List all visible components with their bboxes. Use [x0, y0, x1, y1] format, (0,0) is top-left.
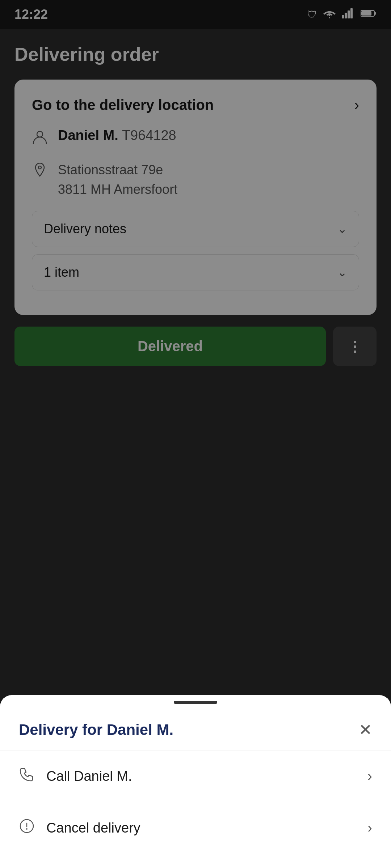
call-item[interactable]: Call Daniel M. › [0, 750, 391, 802]
cancel-item[interactable]: Cancel delivery › [0, 802, 391, 854]
scroll-indicator [174, 701, 217, 704]
svg-point-11 [26, 828, 28, 830]
close-button[interactable]: ✕ [359, 722, 372, 738]
call-item-left: Call Daniel M. [19, 766, 132, 786]
call-item-chevron-icon: › [367, 769, 372, 784]
alert-circle-icon [19, 818, 35, 838]
bottom-sheet-header: Delivery for Daniel M. ✕ [0, 704, 391, 750]
call-item-label: Call Daniel M. [46, 769, 132, 784]
bottom-sheet: Delivery for Daniel M. ✕ Call Daniel M. … [0, 695, 391, 868]
cancel-item-chevron-icon: › [367, 820, 372, 836]
phone-icon [19, 766, 35, 786]
bottom-sheet-title: Delivery for Daniel M. [19, 721, 173, 739]
cancel-item-left: Cancel delivery [19, 818, 140, 838]
cancel-item-label: Cancel delivery [46, 820, 140, 836]
